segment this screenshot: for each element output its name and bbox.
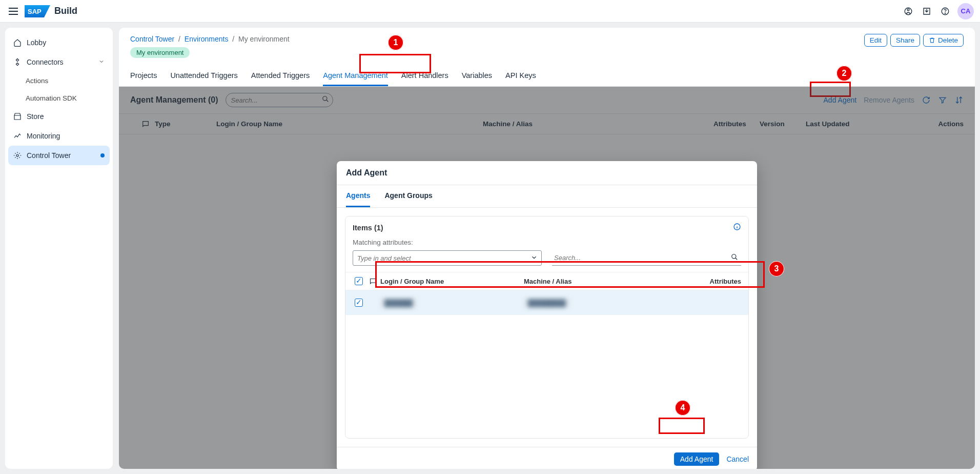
sidebar-item-monitoring[interactable]: Monitoring bbox=[8, 126, 110, 146]
dialog-tabs: Agents Agent Groups bbox=[337, 185, 757, 208]
chevron-down-icon bbox=[530, 254, 538, 263]
row-machine-value: ████████ bbox=[524, 298, 570, 308]
help-icon[interactable] bbox=[937, 3, 953, 19]
breadcrumb-link[interactable]: Control Tower bbox=[130, 35, 174, 43]
dialog-tab-agents[interactable]: Agents bbox=[346, 185, 370, 207]
content-tabs: Projects Unattended Triggers Attended Tr… bbox=[130, 66, 964, 86]
main-column: Control Tower / Environments / My enviro… bbox=[119, 28, 975, 469]
active-dot-icon bbox=[100, 153, 105, 157]
dialog-footer: Add Agent Cancel bbox=[337, 447, 757, 469]
sidebar-item-label: Store bbox=[27, 112, 44, 121]
edit-button[interactable]: Edit bbox=[864, 34, 887, 47]
share-button[interactable]: Share bbox=[890, 34, 920, 47]
dialog-search-field[interactable] bbox=[552, 250, 741, 266]
delete-label: Delete bbox=[938, 36, 958, 44]
delete-button[interactable]: Delete bbox=[923, 34, 964, 47]
sidebar-item-label: Lobby bbox=[27, 38, 46, 47]
sidebar-item-label: Control Tower bbox=[27, 151, 71, 160]
matching-attributes-label: Matching attributes: bbox=[345, 239, 748, 246]
chevron-down-icon bbox=[98, 58, 105, 66]
sidebar: Lobby Connectors Actions Automation SDK … bbox=[5, 28, 113, 469]
table-row[interactable]: ██████ ████████ bbox=[345, 290, 748, 315]
breadcrumb-current: My environment bbox=[238, 35, 290, 43]
sidebar-item-label: Monitoring bbox=[27, 132, 60, 140]
add-agent-dialog: Add Agent Agents Agent Groups Items (1) bbox=[337, 161, 757, 469]
tab-projects[interactable]: Projects bbox=[130, 66, 157, 86]
svg-point-5 bbox=[945, 13, 945, 13]
page: Lobby Connectors Actions Automation SDK … bbox=[0, 23, 980, 474]
inbox-icon[interactable] bbox=[918, 3, 935, 19]
tab-unattended-triggers[interactable]: Unattended Triggers bbox=[170, 66, 237, 86]
dialog-container: Add Agent Agents Agent Groups Items (1) bbox=[119, 87, 975, 469]
dialog-title: Add Agent bbox=[337, 161, 757, 185]
dialog-col-login: Login / Group Name bbox=[380, 278, 524, 285]
notification-icon[interactable] bbox=[900, 3, 916, 19]
breadcrumb-link[interactable]: Environments bbox=[185, 35, 229, 43]
dialog-search-input[interactable] bbox=[552, 250, 741, 266]
tab-attended-triggers[interactable]: Attended Triggers bbox=[251, 66, 310, 86]
store-icon bbox=[13, 112, 22, 121]
dialog-tab-agent-groups[interactable]: Agent Groups bbox=[384, 185, 432, 207]
items-count-label: Items (1) bbox=[353, 224, 383, 232]
info-icon[interactable] bbox=[733, 223, 741, 232]
svg-text:SAP: SAP bbox=[28, 8, 42, 15]
content-header: Control Tower / Environments / My enviro… bbox=[119, 28, 975, 87]
message-icon bbox=[365, 278, 380, 285]
matching-attributes-select[interactable] bbox=[353, 250, 542, 266]
content-body: Agent Management (0) Add Agent Remove Ag… bbox=[119, 87, 975, 469]
sidebar-item-label: Automation SDK bbox=[26, 94, 77, 102]
row-checkbox[interactable] bbox=[355, 299, 363, 307]
tab-alert-handlers[interactable]: Alert Handlers bbox=[401, 66, 448, 86]
chart-icon bbox=[13, 132, 22, 140]
sap-logo: SAP bbox=[25, 5, 50, 17]
sidebar-item-connectors[interactable]: Connectors bbox=[8, 52, 110, 72]
svg-point-3 bbox=[907, 9, 909, 11]
menu-icon[interactable] bbox=[6, 4, 21, 18]
trash-icon bbox=[929, 37, 935, 44]
sidebar-item-store[interactable]: Store bbox=[8, 107, 110, 126]
sidebar-item-control-tower[interactable]: Control Tower bbox=[8, 146, 110, 165]
dialog-col-machine: Machine / Alias bbox=[524, 278, 652, 285]
sidebar-item-label: Connectors bbox=[27, 58, 64, 66]
tab-api-keys[interactable]: API Keys bbox=[505, 66, 536, 86]
sidebar-item-actions[interactable]: Actions bbox=[8, 72, 110, 89]
settings-icon bbox=[13, 151, 22, 160]
sidebar-item-automation-sdk[interactable]: Automation SDK bbox=[8, 89, 110, 107]
svg-point-6 bbox=[16, 154, 18, 156]
connector-icon bbox=[13, 58, 22, 66]
sidebar-item-lobby[interactable]: Lobby bbox=[8, 33, 110, 52]
sidebar-item-label: Actions bbox=[26, 77, 48, 85]
combo-input[interactable] bbox=[353, 250, 542, 266]
tab-variables[interactable]: Variables bbox=[462, 66, 492, 86]
select-all-checkbox[interactable] bbox=[355, 277, 363, 285]
brand-text: Build bbox=[54, 6, 77, 16]
breadcrumb: Control Tower / Environments / My enviro… bbox=[130, 35, 290, 43]
dialog-col-attributes: Attributes bbox=[652, 278, 741, 285]
svg-point-9 bbox=[732, 254, 736, 259]
dialog-table-header: Login / Group Name Machine / Alias Attri… bbox=[345, 272, 748, 290]
search-icon bbox=[731, 253, 738, 263]
tab-agent-management[interactable]: Agent Management bbox=[323, 66, 388, 86]
top-bar: SAP Build CA bbox=[0, 0, 980, 23]
avatar[interactable]: CA bbox=[957, 3, 974, 19]
home-icon bbox=[13, 38, 22, 47]
cancel-button[interactable]: Cancel bbox=[726, 455, 749, 463]
add-agent-button[interactable]: Add Agent bbox=[674, 452, 720, 466]
row-login-value: ██████ bbox=[380, 298, 417, 308]
environment-chip: My environment bbox=[130, 47, 190, 58]
